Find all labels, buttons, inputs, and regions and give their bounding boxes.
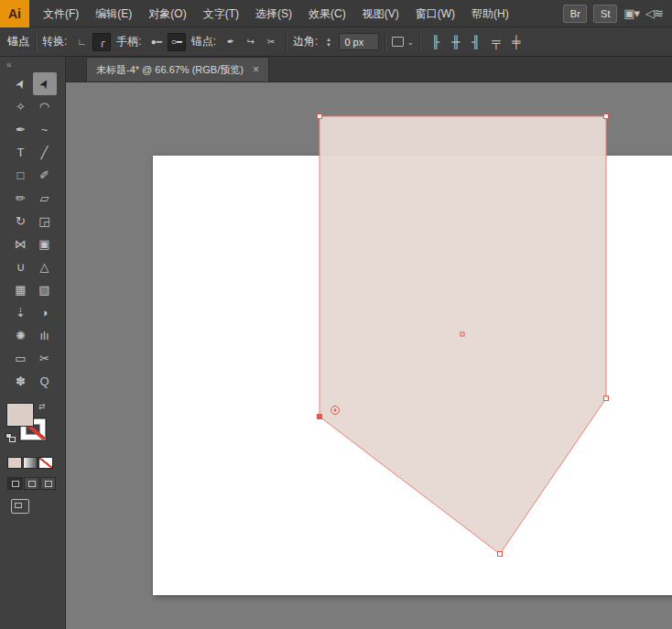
menu-type[interactable]: 文字(T) — [195, 0, 247, 27]
draw-inside-button[interactable] — [40, 477, 56, 490]
separator — [419, 33, 421, 51]
anchor-hint-dot — [334, 409, 337, 412]
app-logo: Ai — [0, 0, 29, 27]
bridge-button[interactable]: Br — [563, 5, 587, 23]
mesh-tool[interactable]: ▦ — [9, 278, 33, 301]
anchor-point[interactable] — [604, 396, 609, 401]
rotate-tool[interactable]: ↻ — [9, 210, 33, 233]
stock-button[interactable]: St — [593, 5, 617, 23]
canvas[interactable] — [66, 82, 672, 629]
workspace-switcher-icon[interactable]: ▣▾ — [623, 6, 639, 20]
pencil-tool[interactable]: ✏ — [9, 187, 33, 210]
anchor-point[interactable] — [604, 114, 609, 119]
rectangle-tool[interactable]: □ — [9, 164, 33, 187]
curvature-tool[interactable]: ~ — [33, 118, 57, 141]
pen-tool[interactable]: ✒ — [9, 118, 33, 141]
menu-help[interactable]: 帮助(H) — [463, 0, 517, 27]
anchor-point[interactable] — [498, 552, 503, 557]
align-left-button[interactable]: ╟ — [427, 33, 445, 51]
column-graph-tool[interactable]: ılı — [33, 324, 57, 347]
eraser-tool[interactable]: ▱ — [33, 187, 57, 210]
artboard-tool[interactable]: ▭ — [9, 347, 33, 370]
chevron-down-icon: ⌄ — [406, 38, 414, 47]
gradient-tool[interactable]: ▧ — [33, 278, 57, 301]
draw-mode-row — [7, 477, 65, 490]
connect-paths-button[interactable]: ↪ — [242, 33, 260, 51]
lasso-tool[interactable]: ◠ — [33, 95, 57, 118]
magic-wand-tool[interactable]: ✧ — [9, 95, 33, 118]
convert-label: 转换: — [42, 34, 67, 49]
convert-button-group: ∟╭ — [72, 33, 111, 51]
menu-select[interactable]: 选择(S) — [247, 0, 300, 27]
collapse-toolbar-button[interactable]: « — [0, 57, 65, 72]
remove-anchor-button[interactable]: ✒ — [222, 33, 240, 51]
fill-swatch[interactable] — [7, 404, 33, 426]
selection-tool[interactable]: ➤ — [9, 72, 33, 95]
corner-stepper[interactable]: ▲ ▼ — [323, 37, 333, 48]
gradient-button[interactable] — [23, 457, 38, 469]
menu-file[interactable]: 文件(F) — [35, 0, 87, 27]
sync-settings-icon[interactable]: ◁≋ — [645, 6, 663, 20]
menu-effect[interactable]: 效果(C) — [300, 0, 354, 27]
color-mode-row — [7, 457, 65, 469]
align-right-button[interactable]: ╢ — [467, 33, 485, 51]
eyedropper-tool[interactable]: ⇣ — [9, 301, 33, 324]
menu-bar: Ai 文件(F)编辑(E)对象(O)文字(T)选择(S)效果(C)视图(V)窗口… — [0, 0, 672, 27]
align-top-button[interactable]: ╤ — [487, 33, 505, 51]
menu-edit[interactable]: 编辑(E) — [87, 0, 140, 27]
align-center-button[interactable]: ╫ — [447, 33, 465, 51]
draw-behind-icon — [28, 481, 36, 487]
convert-to-smooth-button[interactable]: ╭ — [92, 33, 111, 51]
work-area: 未标题-4* @ 66.67% (RGB/预览) × — [66, 57, 672, 629]
none-button[interactable] — [38, 457, 53, 469]
tools-panel: « ➤➤✧◠✒~T╱□✐✏▱↻◲⋈▣∪△▦▧⇣◑✺ılı▭✂✽Q ⇄ — [0, 57, 66, 629]
corner-label: 边角: — [293, 34, 318, 49]
handles-label: 手柄: — [116, 34, 141, 49]
anchor-point[interactable] — [318, 114, 322, 119]
hand-tool[interactable]: ✽ — [9, 370, 33, 393]
width-tool[interactable]: ⋈ — [9, 233, 33, 255]
close-icon[interactable]: × — [253, 63, 259, 76]
cut-path-button[interactable]: ✂ — [262, 33, 280, 51]
shape-properties-dropdown[interactable]: ⌄ — [392, 37, 414, 47]
menu-window[interactable]: 窗口(W) — [407, 0, 463, 27]
menu-view[interactable]: 视图(V) — [354, 0, 407, 27]
document-tab[interactable]: 未标题-4* @ 66.67% (RGB/预览) × — [86, 57, 269, 81]
separator — [286, 33, 287, 51]
shape-builder-tool[interactable]: ∪ — [9, 255, 33, 278]
draw-normal-button[interactable] — [7, 477, 23, 490]
convert-to-corner-button[interactable]: ∟ — [72, 33, 91, 51]
hide-handles-button[interactable]: ○━ — [168, 33, 186, 51]
change-screen-mode-button[interactable] — [11, 499, 29, 514]
separator — [385, 33, 386, 51]
corner-value-field[interactable]: 0 px — [339, 33, 379, 50]
context-label: 锚点 — [7, 34, 29, 49]
zoom-tool[interactable]: Q — [33, 370, 57, 393]
line-segment-tool[interactable]: ╱ — [33, 141, 57, 164]
menu-object[interactable]: 对象(O) — [140, 0, 194, 27]
anchor-point-selected[interactable] — [318, 415, 322, 419]
perspective-grid-tool[interactable]: △ — [33, 255, 57, 278]
swap-fill-stroke-icon[interactable]: ⇄ — [38, 402, 46, 411]
document-tab-title: 未标题-4* @ 66.67% (RGB/预览) — [96, 63, 244, 77]
menubar-right-cluster: Br St ▣▾ ◁≋ — [563, 5, 672, 23]
main-area: « ➤➤✧◠✒~T╱□✐✏▱↻◲⋈▣∪△▦▧⇣◑✺ılı▭✂✽Q ⇄ — [0, 57, 672, 629]
align-middle-button[interactable]: ╪ — [507, 33, 526, 51]
type-tool[interactable]: T — [9, 141, 33, 164]
shape-properties-icon — [392, 37, 404, 47]
stepper-down-icon[interactable]: ▼ — [323, 42, 333, 48]
default-fill-stroke-icon[interactable] — [5, 433, 16, 444]
draw-behind-button[interactable] — [24, 477, 39, 490]
paintbrush-tool[interactable]: ✐ — [33, 164, 57, 187]
align-button-group: ╟╫╢╤╪ — [427, 33, 526, 51]
free-transform-tool[interactable]: ▣ — [33, 233, 57, 255]
anchors-label: 锚点: — [191, 34, 216, 49]
show-handles-button[interactable]: ●━ — [147, 33, 166, 51]
none-slash-icon — [39, 458, 52, 468]
scale-tool[interactable]: ◲ — [33, 210, 57, 233]
blend-tool[interactable]: ◑ — [33, 301, 57, 324]
color-button[interactable] — [7, 457, 22, 469]
symbol-sprayer-tool[interactable]: ✺ — [9, 324, 33, 347]
slice-tool[interactable]: ✂ — [33, 347, 57, 370]
direct-selection-tool[interactable]: ➤ — [33, 72, 57, 95]
